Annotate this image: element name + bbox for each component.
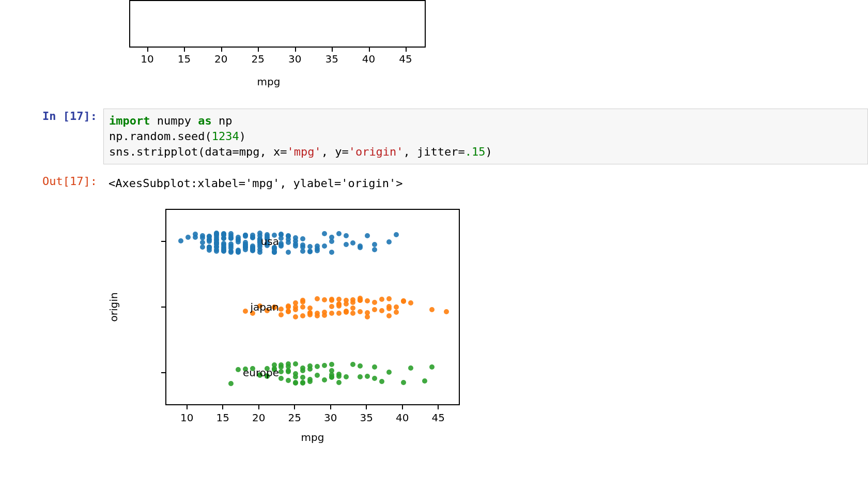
x-tick-label: 30: [288, 53, 301, 65]
data-point: [386, 370, 392, 375]
x-tick-label: 20: [252, 411, 265, 424]
data-point: [178, 238, 183, 243]
x-axis-label: mpg: [114, 75, 424, 88]
x-tick-label: 15: [178, 53, 191, 65]
data-point: [372, 247, 377, 252]
data-point: [336, 302, 342, 307]
data-point: [372, 242, 377, 247]
data-point: [329, 374, 334, 379]
data-point: [329, 368, 334, 373]
data-point: [394, 310, 399, 315]
data-point: [214, 249, 219, 254]
y-tick-label: europe: [243, 366, 279, 379]
data-point: [336, 231, 342, 236]
x-tick: [184, 48, 185, 52]
x-tick-label: 35: [360, 411, 373, 424]
data-point: [286, 234, 291, 239]
data-point: [350, 362, 355, 367]
data-point: [250, 235, 255, 240]
x-tick: [295, 48, 296, 52]
data-point: [350, 297, 355, 302]
data-point: [336, 372, 342, 377]
data-point: [293, 235, 298, 240]
data-point: [286, 369, 291, 374]
data-point: [214, 231, 219, 236]
x-tick: [147, 48, 148, 52]
data-point: [300, 299, 305, 304]
data-point: [307, 363, 313, 369]
x-tick: [402, 405, 403, 409]
data-point: [200, 235, 205, 240]
data-point: [379, 297, 384, 302]
data-point: [344, 233, 349, 238]
x-tick-label: 20: [214, 53, 227, 65]
data-point: [329, 239, 334, 244]
data-point: [278, 307, 284, 312]
data-point: [293, 300, 298, 305]
data-point: [329, 297, 334, 302]
data-point: [307, 312, 313, 317]
data-point: [293, 371, 298, 376]
x-tick: [438, 405, 439, 409]
data-point: [344, 374, 349, 379]
x-tick: [406, 48, 407, 52]
x-axis-label: mpg: [165, 431, 460, 444]
data-point: [315, 296, 320, 301]
data-point: [228, 236, 234, 241]
x-tick: [222, 405, 223, 409]
data-point: [286, 304, 291, 310]
data-point: [286, 250, 291, 255]
data-point: [329, 362, 334, 367]
data-point: [228, 249, 234, 254]
data-point: [386, 313, 392, 318]
data-point: [286, 309, 291, 314]
data-point: [243, 242, 248, 247]
code-cell-in: In [17]: import numpy as np np.random.se…: [0, 109, 868, 164]
x-tick: [366, 405, 367, 409]
data-point: [293, 243, 298, 249]
code-input-area[interactable]: import numpy as np np.random.seed(1234) …: [103, 109, 868, 164]
data-point: [228, 231, 234, 236]
x-tick: [187, 405, 188, 409]
data-point: [278, 312, 284, 317]
data-point: [300, 236, 305, 241]
data-point: [315, 311, 320, 316]
data-point: [350, 240, 355, 246]
data-point: [307, 249, 313, 254]
data-point: [322, 310, 327, 315]
data-point: [322, 297, 327, 302]
x-tick: [258, 405, 259, 409]
previous-output-chart-fragment: 1015202530354045 mpg: [114, 0, 424, 88]
data-point: [293, 361, 298, 366]
y-tick-label: japan: [251, 301, 279, 313]
data-point: [329, 250, 334, 255]
data-point: [358, 309, 363, 314]
x-tick-label: 40: [362, 53, 375, 65]
data-point: [200, 244, 205, 250]
data-point: [344, 242, 349, 247]
data-point: [386, 296, 392, 301]
data-point: [307, 377, 313, 382]
data-point: [315, 373, 320, 378]
data-point: [185, 235, 191, 240]
output-repr: <AxesSubplot:xlabel='mpg', ylabel='origi…: [103, 174, 868, 193]
data-point: [286, 378, 291, 383]
x-tick: [258, 48, 259, 52]
data-point: [401, 380, 406, 385]
data-point: [315, 364, 320, 369]
out-prompt: Out[17]:: [0, 174, 103, 193]
data-point: [358, 363, 363, 369]
data-point: [372, 364, 377, 370]
x-tick-label: 25: [288, 411, 301, 424]
data-point: [293, 314, 298, 319]
data-point: [300, 365, 305, 371]
data-point: [358, 374, 363, 379]
data-point: [365, 233, 370, 238]
data-point: [221, 248, 226, 253]
x-tick-label: 45: [432, 411, 445, 424]
data-point: [300, 304, 305, 310]
data-point: [350, 305, 355, 311]
data-point: [278, 362, 284, 368]
data-point: [243, 233, 248, 238]
x-tick: [294, 405, 295, 409]
